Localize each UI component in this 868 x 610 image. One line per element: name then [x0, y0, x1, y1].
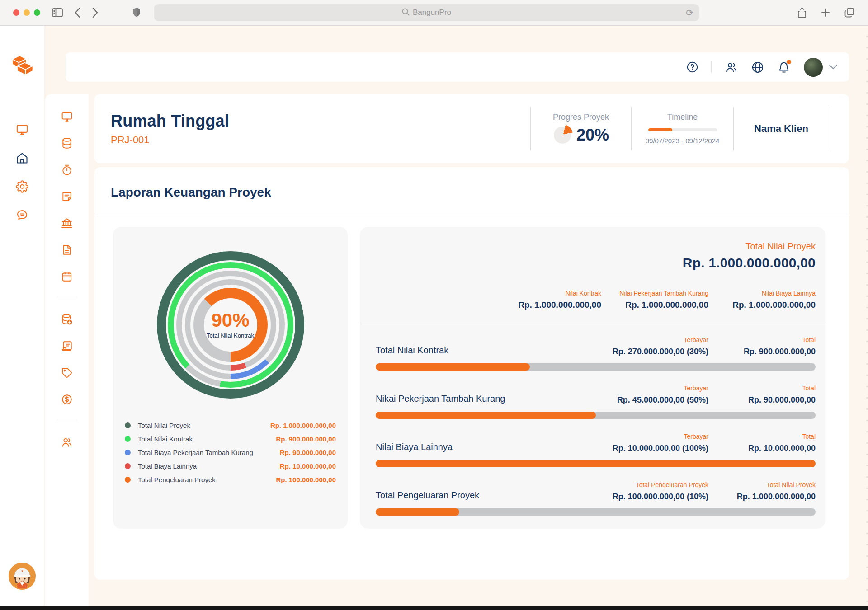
finance-summary-columns: Nilai Kontrak Rp. 1.000.000.000,00 Nilai… [376, 290, 816, 310]
address-bar[interactable]: BangunPro ⟳ [154, 4, 699, 21]
financial-report-card: Laporan Keuangan Proyek [94, 167, 849, 580]
forward-icon[interactable] [92, 8, 98, 18]
home-icon [16, 152, 28, 164]
sidebar-toggle-icon[interactable] [52, 8, 63, 17]
summary-col-value: Rp. 1.000.000.000,00 [601, 300, 708, 310]
row-total-label: Total [708, 385, 816, 392]
legend-item: Total Nilai Kontrak Rp. 900.000.000,00 [125, 432, 336, 446]
row-paid-label: Terbayar [601, 336, 708, 343]
subnav-item-currency[interactable] [61, 393, 73, 406]
reload-icon[interactable]: ⟳ [686, 7, 693, 18]
ring-pengeluaran-proyek: 90% Total Nilai Kontrak [193, 288, 268, 362]
summary-col-label: Nilai Kontrak [494, 290, 601, 297]
team-icon [61, 436, 73, 448]
back-icon[interactable] [75, 8, 80, 18]
row-total-label: Total [708, 336, 816, 343]
timeline-progress-bar [648, 128, 717, 131]
chevron-down-icon[interactable] [829, 63, 837, 71]
progress-bar-fill [376, 460, 816, 467]
row-total-value: Rp. 900.000.000,00 [708, 347, 816, 357]
total-project-value-label: Total Nilai Proyek [376, 241, 816, 252]
scrollbar-track[interactable] [866, 26, 868, 606]
progress-bar-fill [376, 363, 530, 371]
bank-icon [61, 217, 73, 229]
zoom-window-button[interactable] [34, 9, 40, 16]
progress-bar-fill [376, 412, 596, 419]
secondary-sidebar [45, 94, 89, 606]
donut-chart-panel: 90% Total Nilai Kontrak [113, 227, 348, 529]
legend-value: Rp. 1.000.000.000,00 [270, 422, 336, 429]
users-button[interactable] [725, 61, 738, 74]
ring-total-nilai-proyek: 90% Total Nilai Kontrak [157, 251, 304, 399]
ring-biaya-pekerjaan-tambah-kurang: 90% Total Nilai Kontrak [176, 271, 285, 379]
progress-bar [376, 508, 816, 516]
shield-icon[interactable] [132, 8, 141, 18]
browser-chrome: BangunPro ⟳ [0, 0, 868, 26]
subnav-item-timer[interactable] [61, 164, 73, 176]
row-paid-value: Rp. 270.000.000,00 (30%) [601, 347, 708, 357]
progress-bar-fill [376, 508, 459, 516]
user-avatar[interactable] [8, 562, 36, 590]
database-icon [61, 137, 73, 149]
new-tab-icon[interactable] [821, 8, 830, 17]
subnav-item-invoice[interactable] [61, 340, 73, 352]
finance-panel-divider [360, 322, 825, 322]
sidebar-item-settings[interactable] [15, 180, 29, 193]
chat-icon [16, 209, 28, 221]
subnav-item-tag[interactable] [61, 366, 73, 379]
calendar-icon [61, 271, 73, 282]
primary-sidebar [0, 26, 44, 606]
progress-label: Progres Proyek [553, 113, 609, 122]
subnav-item-document[interactable] [61, 244, 73, 256]
summary-col-nilai-kontrak: Nilai Kontrak Rp. 1.000.000.000,00 [494, 290, 601, 310]
subnav-item-monitor[interactable] [61, 110, 73, 123]
legend-label: Total Nilai Kontrak [138, 435, 193, 443]
sidebar-item-monitor[interactable] [15, 123, 29, 136]
row-label: Total Nilai Kontrak [376, 345, 448, 357]
timer-icon [61, 164, 73, 176]
project-header-card: Rumah Tinggal PRJ-001 Progres Proyek 20%… [94, 94, 849, 163]
row-label: Total Pengeluaran Proyek [376, 490, 479, 502]
finance-row-biaya-lainnya: Nilai Biaya Lainnya TerbayarRp. 10.000.0… [376, 433, 816, 467]
legend-item: Total Biaya Pekerjaan Tambah Kurang Rp. … [125, 446, 336, 459]
notifications-button[interactable] [778, 61, 790, 74]
globe-button[interactable] [751, 61, 764, 74]
subnav-item-database[interactable] [61, 137, 73, 150]
legend-item: Total Biaya Lainnya Rp. 10.000.000,00 [125, 459, 336, 473]
database-add-icon [61, 314, 73, 325]
ring-total-nilai-kontrak: 90% Total Nilai Kontrak [168, 262, 293, 388]
close-window-button[interactable] [13, 9, 19, 16]
topbar-divider [711, 61, 712, 73]
row-total-label: Total [708, 433, 816, 440]
section-title: Laporan Keuangan Proyek [94, 167, 849, 200]
row-paid-value: Rp. 10.000.000,00 (100%) [601, 444, 708, 453]
minimize-window-button[interactable] [24, 9, 30, 16]
subnav-item-note[interactable] [61, 190, 73, 203]
monitor-icon [16, 123, 28, 136]
help-button[interactable] [686, 61, 698, 73]
subnav-item-bank[interactable] [61, 217, 73, 230]
legend-dot [125, 422, 131, 428]
chart-legend: Total Nilai Proyek Rp. 1.000.000.000,00 … [125, 418, 336, 486]
profile-avatar[interactable] [804, 58, 823, 77]
client-name: Nama Klien [754, 123, 808, 135]
sidebar-item-home[interactable] [15, 151, 29, 165]
project-identity: Rumah Tinggal PRJ-001 [94, 112, 530, 146]
bangunpro-logo[interactable] [9, 52, 35, 80]
subnav-item-calendar[interactable] [61, 270, 73, 283]
users-icon [725, 61, 738, 74]
header-endcap-divider [829, 107, 849, 150]
donut-center-value: 90% [211, 311, 249, 330]
tag-icon [61, 367, 73, 379]
subnav-item-database-add[interactable] [61, 313, 73, 326]
share-icon[interactable] [797, 7, 807, 18]
subnav-item-team[interactable] [61, 436, 73, 449]
sidebar-item-chat[interactable] [15, 208, 29, 222]
summary-col-label: Nilai Pekerjaan Tambah Kurang [601, 290, 708, 297]
tab-overview-icon[interactable] [844, 8, 854, 18]
row-label: Nilai Biaya Lainnya [376, 442, 453, 453]
finance-row-total-nilai-kontrak: Total Nilai Kontrak TerbayarRp. 270.000.… [376, 336, 816, 371]
finance-row-pekerjaan-tambah-kurang: Nikai Pekerjaan Tambah Kurang TerbayarRp… [376, 385, 816, 419]
legend-label: Total Biaya Pekerjaan Tambah Kurang [138, 449, 253, 456]
summary-col-pekerjaan-tambah-kurang: Nilai Pekerjaan Tambah Kurang Rp. 1.000.… [601, 290, 708, 310]
